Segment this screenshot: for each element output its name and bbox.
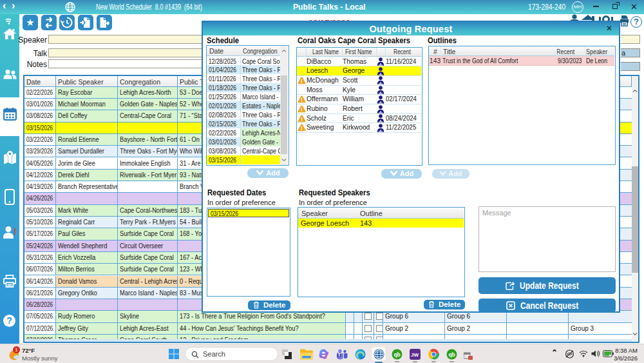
svg-text:T: T [338,353,341,357]
svg-text:qb: qb [393,351,400,358]
svg-text:JW: JW [411,352,419,358]
svg-text:!: ! [14,226,17,237]
svg-text:qb: qb [448,351,455,358]
svg-text:!: ! [301,106,303,113]
svg-text:!: ! [301,97,303,103]
svg-text:!: ! [301,78,303,84]
svg-text:!: ! [301,125,303,132]
svg-text:!: ! [301,115,303,122]
